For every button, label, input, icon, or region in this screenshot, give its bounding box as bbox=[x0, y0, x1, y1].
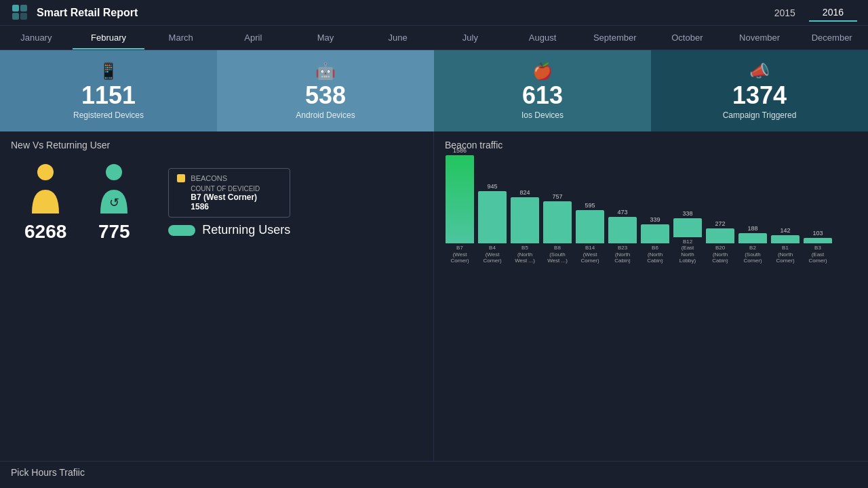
new-vs-returning-panel: New Vs Returning User 6268 bbox=[0, 131, 434, 461]
bar-group-0: 1586 B7(WestCorner) bbox=[445, 147, 475, 264]
stat-card-3: 📣 1374 Campaign Triggered bbox=[651, 50, 868, 131]
app-title: Smart Retail Report bbox=[37, 7, 138, 19]
bar-value-5: 473 bbox=[617, 209, 627, 216]
stat-label-3: Campaign Triggered bbox=[723, 110, 797, 120]
stat-icon-2: 🍎 bbox=[532, 62, 553, 81]
new-user-icon bbox=[25, 163, 66, 217]
returning-user-count: 775 bbox=[98, 221, 130, 243]
stats-row: 📱 1151 Registered Devices 🤖 538 Android … bbox=[0, 50, 868, 131]
svg-rect-3 bbox=[20, 13, 27, 20]
bar-9 bbox=[738, 233, 767, 243]
bar-value-7: 338 bbox=[682, 210, 692, 217]
year-2016-button[interactable]: 2016 bbox=[809, 4, 857, 22]
stat-label-1: Android Devices bbox=[296, 110, 355, 120]
new-user-figure: 6268 bbox=[24, 163, 66, 243]
year-selector[interactable]: 2015 2016 bbox=[761, 4, 857, 22]
main-content: New Vs Returning User 6268 bbox=[0, 131, 868, 461]
month-item-may[interactable]: May bbox=[290, 26, 362, 49]
user-figures: 6268 ↺ 775 bbox=[11, 156, 148, 249]
bar-6 bbox=[641, 224, 669, 243]
bar-group-6: 339 B6(NorthCabin) bbox=[640, 216, 670, 264]
bar-5 bbox=[608, 217, 637, 243]
beacons-legend-label: BEACONS bbox=[177, 174, 281, 182]
bar-0 bbox=[446, 155, 474, 243]
bar-value-6: 339 bbox=[650, 216, 660, 223]
stat-number-0: 1151 bbox=[81, 83, 136, 108]
month-item-november[interactable]: November bbox=[724, 26, 796, 49]
beacon-traffic-title: Beacon traffic bbox=[445, 140, 857, 150]
bar-group-3: 757 B8(SouthWest ...) bbox=[542, 193, 572, 264]
pick-hours-title: Pick Hours Trafiic bbox=[11, 467, 857, 478]
beacon-count-label: COUNT OF DEVICEID bbox=[191, 185, 281, 192]
year-2015-button[interactable]: 2015 bbox=[761, 4, 809, 22]
bar-group-1: 945 B4(WestCorner) bbox=[477, 183, 507, 264]
bar-label-3: B8(SouthWest ...) bbox=[542, 245, 572, 264]
bar-group-2: 824 B5(NorthWest ...) bbox=[510, 189, 540, 264]
svg-rect-0 bbox=[12, 5, 19, 12]
bar-8 bbox=[706, 228, 734, 243]
month-item-october[interactable]: October bbox=[651, 26, 724, 49]
month-item-december[interactable]: December bbox=[795, 26, 868, 49]
bar-10 bbox=[771, 235, 800, 243]
bar-label-10: B1(NorthCorner) bbox=[770, 245, 800, 264]
stat-icon-0: 📱 bbox=[98, 62, 119, 81]
month-item-april[interactable]: April bbox=[217, 26, 290, 49]
bar-7 bbox=[673, 218, 702, 237]
bar-label-6: B6(NorthCabin) bbox=[640, 245, 670, 264]
month-item-january[interactable]: January bbox=[0, 26, 73, 49]
pick-hours-panel: Pick Hours Trafiic 105197368310261454495… bbox=[0, 461, 868, 488]
bar-value-3: 757 bbox=[552, 193, 562, 200]
bar-3 bbox=[543, 201, 572, 243]
month-item-august[interactable]: August bbox=[507, 26, 579, 49]
stat-number-1: 538 bbox=[305, 83, 346, 108]
line-chart: 1051973683102614544953914786023861571634… bbox=[11, 481, 857, 488]
stat-label-0: Registered Devices bbox=[73, 110, 144, 120]
returning-badge bbox=[168, 225, 195, 236]
svg-text:↺: ↺ bbox=[109, 196, 119, 209]
bar-label-1: B4(WestCorner) bbox=[477, 245, 507, 264]
bar-label-7: B12(EastNorth Lobby) bbox=[673, 239, 703, 264]
returning-text: Returning Users bbox=[202, 223, 290, 237]
bar-1 bbox=[478, 191, 507, 243]
month-item-march[interactable]: March bbox=[144, 26, 217, 49]
bar-label-4: B14(WestCorner) bbox=[575, 245, 605, 264]
bar-value-0: 1586 bbox=[453, 147, 467, 154]
month-item-february[interactable]: February bbox=[73, 26, 145, 49]
beacon-bar-chart: 1586 B7(WestCorner) 945 B4(WestCorner) 8… bbox=[445, 156, 857, 264]
beacon-name: B7 (West Corner) bbox=[191, 192, 281, 202]
bar-group-4: 595 B14(WestCorner) bbox=[575, 202, 605, 264]
stat-card-2: 🍎 613 Ios Devices bbox=[434, 50, 651, 131]
stat-number-3: 1374 bbox=[732, 83, 787, 108]
stat-icon-1: 🤖 bbox=[315, 62, 336, 81]
stat-card-1: 🤖 538 Android Devices bbox=[217, 50, 434, 131]
svg-rect-2 bbox=[12, 13, 19, 20]
beacon-info-box: BEACONS COUNT OF DEVICEID B7 (West Corne… bbox=[168, 168, 290, 237]
bar-label-5: B23(NorthCabin) bbox=[608, 245, 637, 264]
returning-user-icon: ↺ bbox=[94, 163, 134, 217]
new-vs-returning-title: New Vs Returning User bbox=[11, 140, 422, 150]
month-item-july[interactable]: July bbox=[434, 26, 507, 49]
svg-rect-1 bbox=[20, 5, 27, 12]
header: Smart Retail Report 2015 2016 bbox=[0, 0, 868, 26]
bar-11 bbox=[804, 238, 832, 243]
svg-point-5 bbox=[106, 164, 122, 180]
bar-label-2: B5(NorthWest ...) bbox=[510, 245, 540, 264]
bar-group-11: 103 B3(EastCorner) bbox=[803, 230, 833, 264]
logo-icon bbox=[11, 3, 30, 22]
stat-icon-3: 📣 bbox=[749, 62, 770, 81]
bar-value-11: 103 bbox=[812, 230, 823, 237]
bar-value-8: 272 bbox=[715, 220, 725, 227]
bar-label-11: B3(EastCorner) bbox=[803, 245, 833, 264]
bar-value-9: 188 bbox=[747, 225, 757, 232]
returning-label: Returning Users bbox=[168, 223, 290, 237]
bar-value-10: 142 bbox=[780, 227, 790, 234]
svg-point-4 bbox=[37, 164, 54, 180]
month-item-september[interactable]: September bbox=[578, 26, 651, 49]
bar-group-8: 272 B20(NorthCabin) bbox=[705, 220, 735, 264]
month-item-june[interactable]: June bbox=[361, 26, 434, 49]
bar-value-1: 945 bbox=[487, 183, 497, 190]
bar-label-9: B2(SouthCorner) bbox=[738, 245, 768, 264]
stat-card-0: 📱 1151 Registered Devices bbox=[0, 50, 217, 131]
bar-group-5: 473 B23(NorthCabin) bbox=[608, 209, 637, 264]
users-section: 6268 ↺ 775 B bbox=[11, 156, 422, 249]
